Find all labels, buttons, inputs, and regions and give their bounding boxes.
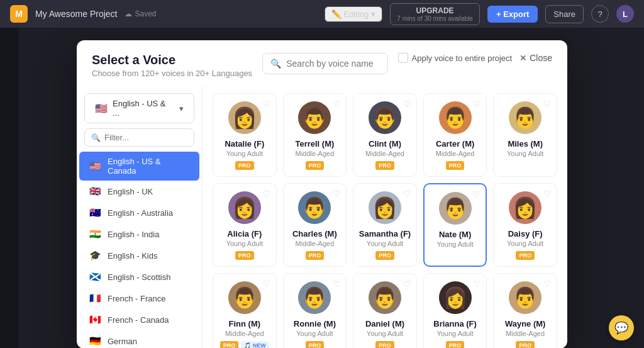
- heart-icon[interactable]: ♡: [403, 279, 411, 289]
- heart-icon[interactable]: ♡: [333, 99, 341, 109]
- voice-card-ronnie[interactable]: ♡ 👨 Ronnie (M) Young Adult PRO: [283, 273, 347, 348]
- language-item-fr-fr[interactable]: 🇫🇷 French - France: [79, 288, 199, 309]
- modal-subtitle: Choose from 120+ voices in 20+ Languages: [92, 69, 252, 78]
- voice-card-daniel[interactable]: ♡ 👨 Daniel (M) Young Adult PRO: [353, 273, 417, 348]
- pro-badge: PRO: [375, 251, 394, 260]
- voice-badges: PRO: [429, 161, 482, 170]
- voice-age: Middle-Aged: [429, 150, 482, 157]
- language-item-en-kids[interactable]: 🎓 English - Kids: [79, 245, 199, 266]
- voice-card-nate[interactable]: ♡ 👨 Nate (M) Young Adult: [423, 183, 487, 267]
- selected-language-label: English - US & ...: [113, 99, 174, 118]
- voices-area: ♡ 👩 Natalie (F) Young Adult PRO ♡ 👨 Terr…: [203, 86, 567, 348]
- topbar: M My Awesome Project ☁ Saved ✏️ Editing …: [0, 0, 644, 28]
- help-button[interactable]: ?: [591, 5, 609, 23]
- flag-icon: 🇬🇧: [89, 186, 101, 197]
- pro-badge: PRO: [516, 341, 535, 348]
- voice-avatar: 👩: [228, 191, 261, 224]
- close-button[interactable]: ✕ Close: [519, 53, 552, 63]
- voice-card-alicia[interactable]: ♡ 👩 Alicia (F) Young Adult PRO: [213, 183, 277, 267]
- export-button[interactable]: + Export: [487, 6, 538, 23]
- language-dropdown[interactable]: 🇺🇸 English - US & ... ▾: [84, 93, 194, 123]
- voice-card-clint[interactable]: ♡ 👨 Clint (M) Middle-Aged PRO: [353, 93, 417, 177]
- flag-icon: 🇺🇸: [89, 160, 101, 172]
- voice-avatar: 👨: [298, 191, 331, 224]
- logo-icon: M: [10, 5, 28, 23]
- voice-avatar: 👨: [298, 281, 331, 314]
- flag-icon: 🇩🇪: [89, 335, 101, 347]
- voice-card-charles[interactable]: ♡ 👨 Charles (M) Middle-Aged PRO: [283, 183, 347, 267]
- voice-card-miles[interactable]: ♡ 👨 Miles (M) Young Adult: [493, 93, 557, 177]
- share-button[interactable]: Share: [545, 5, 584, 23]
- language-label: English - Scottish: [108, 272, 170, 282]
- heart-icon[interactable]: ♡: [472, 189, 480, 199]
- language-item-fr-ca[interactable]: 🇨🇦 French - Canada: [79, 309, 199, 330]
- voice-card-daisy[interactable]: ♡ 👩 Daisy (F) Young Adult PRO: [493, 183, 557, 267]
- heart-icon[interactable]: ♡: [263, 189, 271, 199]
- voice-avatar: 👨: [369, 101, 401, 134]
- voice-age: Young Adult: [289, 330, 341, 337]
- voice-card-samantha[interactable]: ♡ 👩 Samantha (F) Young Adult PRO: [353, 183, 417, 267]
- flag-icon: 🇮🇳: [89, 228, 101, 240]
- flag-icon: 🇫🇷: [89, 293, 101, 304]
- voice-card-carter[interactable]: ♡ 👨 Carter (M) Middle-Aged PRO: [423, 93, 487, 177]
- pro-badge: PRO: [235, 251, 254, 260]
- voice-avatar: 👩: [439, 281, 472, 314]
- language-item-en-sc[interactable]: 🏴󠁧󠁢󠁳󠁣󠁴󠁿 English - Scottish: [79, 266, 199, 288]
- modal-header-right: Apply voice to entire project ✕ Close: [398, 53, 553, 63]
- heart-icon[interactable]: ♡: [403, 189, 411, 199]
- editing-button[interactable]: ✏️ Editing ▾: [325, 6, 383, 22]
- voice-age: Young Adult: [358, 330, 411, 337]
- language-item-en-uk[interactable]: 🇬🇧 English - UK: [79, 181, 199, 202]
- language-label: French - Canada: [108, 315, 169, 325]
- selected-flag: 🇺🇸: [95, 103, 108, 115]
- voice-badges: PRO: [429, 341, 482, 348]
- language-filter-input[interactable]: [104, 133, 187, 142]
- voice-card-wayne[interactable]: ♡ 👨 Wayne (M) Middle-Aged PRO: [493, 273, 557, 348]
- heart-icon[interactable]: ♡: [263, 99, 271, 109]
- heart-icon[interactable]: ♡: [543, 99, 552, 109]
- language-item-de[interactable]: 🇩🇪 German: [79, 330, 199, 348]
- apply-voice-checkbox[interactable]: [398, 53, 408, 63]
- language-label: French - France: [108, 294, 165, 303]
- voice-card-natalie[interactable]: ♡ 👩 Natalie (F) Young Adult PRO: [213, 93, 277, 177]
- language-item-en-in[interactable]: 🇮🇳 English - India: [79, 223, 199, 245]
- voice-name: Nate (M): [430, 230, 481, 239]
- new-badge: 🎵 NEW: [241, 341, 269, 348]
- voice-badges: PRO: [218, 251, 271, 260]
- voice-card-terrell[interactable]: ♡ 👨 Terrell (M) Middle-Aged PRO: [283, 93, 347, 177]
- voice-badges: PRO: [358, 251, 411, 260]
- voice-name: Terrell (M): [289, 139, 341, 149]
- voice-age: Young Adult: [218, 150, 271, 157]
- pro-badge: PRO: [446, 161, 465, 170]
- heart-icon[interactable]: ♡: [333, 189, 341, 199]
- avatar[interactable]: L: [616, 5, 634, 23]
- language-item-en-us[interactable]: 🇺🇸 English - US & Canada: [79, 152, 199, 181]
- search-icon: 🔍: [270, 59, 281, 69]
- heart-icon[interactable]: ♡: [403, 99, 411, 109]
- language-filter-box: 🔍: [84, 128, 194, 147]
- voice-name: Wayne (M): [499, 319, 552, 328]
- apply-voice-label[interactable]: Apply voice to entire project: [398, 53, 513, 63]
- pro-badge: PRO: [375, 161, 394, 170]
- heart-icon[interactable]: ♡: [543, 279, 552, 289]
- heart-icon[interactable]: ♡: [473, 99, 481, 109]
- heart-icon[interactable]: ♡: [543, 189, 552, 199]
- upgrade-panel: UPGRADE 7 mins of 30 mins available: [390, 3, 480, 25]
- voice-name: Samantha (F): [358, 229, 411, 239]
- language-list: 🇺🇸 English - US & Canada 🇬🇧 English - UK…: [77, 152, 202, 348]
- voice-badges: PRO: [499, 251, 552, 260]
- language-item-en-au[interactable]: 🇦🇺 English - Australia: [79, 202, 199, 223]
- voice-age: Middle-Aged: [358, 150, 411, 157]
- heart-icon[interactable]: ♡: [333, 279, 341, 289]
- voice-card-brianna[interactable]: ♡ 👩 Brianna (F) Young Adult PRO: [423, 273, 487, 348]
- chat-bubble-button[interactable]: 💬: [609, 315, 634, 340]
- voice-age: Middle-Aged: [499, 330, 552, 337]
- heart-icon[interactable]: ♡: [263, 279, 271, 289]
- voice-badges: PRO: [289, 341, 341, 348]
- voice-badges: PRO: [499, 341, 552, 348]
- voice-name: Daniel (M): [358, 319, 411, 328]
- voice-card-finn[interactable]: ♡ 👨 Finn (M) Middle-Aged PRO🎵 NEW: [213, 273, 277, 348]
- heart-icon[interactable]: ♡: [473, 279, 481, 289]
- search-input[interactable]: [286, 59, 379, 69]
- filter-icon: 🔍: [91, 133, 101, 142]
